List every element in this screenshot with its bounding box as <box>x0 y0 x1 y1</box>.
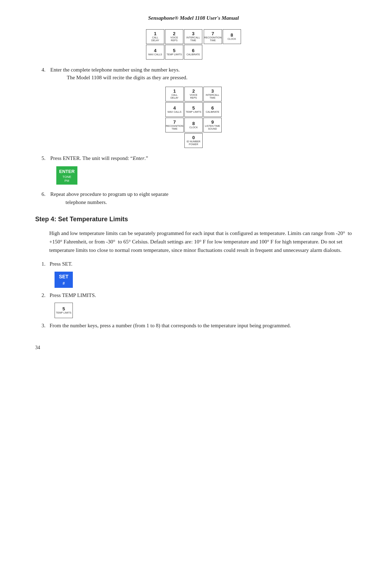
inner-step-1-text: Press SET. <box>50 261 72 267</box>
enter-button: ENTER TONEPM <box>56 166 77 185</box>
k2-4: 4 MAX CALLS <box>165 102 184 117</box>
inner-step-3-text: From the number keys, press a number (fr… <box>50 323 291 328</box>
step4-heading: Step 4: Set Temperature Limits <box>35 215 352 224</box>
keypad2-container: 1 CALLDELAY 2 VOICEREPS 3 INTERCALLTIME … <box>35 87 352 148</box>
keypad1-row3: 7 RECOGNITIONTIME 8 CLOCK <box>204 29 241 44</box>
key-1: 1 CALLDELAY <box>146 29 164 44</box>
k2-5: 5 TEMP LIMITS <box>184 102 203 117</box>
k2-8: 8 CLOCK <box>184 118 203 132</box>
k2-1: 1 CALLDELAY <box>165 87 184 101</box>
page-number: 34 <box>35 344 352 351</box>
keypad1-container: 1 CALLDELAY 2 VOICEREPS 3 INTERCALLTIME … <box>35 29 352 60</box>
inner-step-3-list: From the number keys, press a number (fr… <box>35 322 352 330</box>
key-3: 3 INTERCALLTIME <box>184 29 202 44</box>
key-6: 6 CALIBRATE <box>184 45 202 60</box>
key-8-clock: 8 CLOCK <box>223 29 241 44</box>
key-4: 4 MAX CALLS <box>146 45 164 60</box>
enter-button-label: ENTER <box>59 168 75 175</box>
k2-3: 3 INTERCALLTIME <box>203 87 222 101</box>
k2-6: 6 CALIBRATE <box>203 102 222 117</box>
temp-limits-key-number: 5 <box>62 307 65 311</box>
key-7: 7 RECOGNITIONTIME <box>204 29 222 44</box>
main-instructions: Enter the complete telephone number usin… <box>35 66 352 82</box>
set-button: SET # <box>55 272 73 288</box>
inner-step-3: From the number keys, press a number (fr… <box>35 322 352 330</box>
k2-0: 0 ID NUMBERPOWER <box>184 133 203 148</box>
k2-2: 2 VOICEREPS <box>184 87 203 101</box>
inner-steps-23: Press TEMP LIMITS. <box>35 291 352 299</box>
main-instructions-56: Press ENTER. The unit will respond: “Ent… <box>35 154 352 162</box>
set-button-hash: # <box>63 280 65 286</box>
step4-body: High and low temperature limits can be s… <box>49 229 352 254</box>
inner-step-1: Press SET. <box>35 260 352 268</box>
keypad2-row4: 0 ID NUMBERPOWER <box>165 133 222 148</box>
instruction-4: Enter the complete telephone number usin… <box>35 66 352 82</box>
instruction-6: Repeat above procedure to program up to … <box>35 190 352 206</box>
inner-steps: Press SET. <box>35 260 352 268</box>
keypad1: 1 CALLDELAY 2 VOICEREPS 3 INTERCALLTIME … <box>146 29 202 60</box>
key-2: 2 VOICEREPS <box>165 29 183 44</box>
k2-7: 7 RECOGNITIONTIME <box>165 118 184 132</box>
key-5: 5 TEMP LIMITS <box>165 45 183 60</box>
temp-limits-key: 5 TEMP LIMITS <box>55 303 73 318</box>
page-header: Sensaphone® Model 1108 User's Manual <box>35 14 352 22</box>
keypad2-rows123: 1 CALLDELAY 2 VOICEREPS 3 INTERCALLTIME … <box>165 87 222 132</box>
k2-9: 9 LISTEN TIMESOUND <box>203 118 222 132</box>
inner-step-2: Press TEMP LIMITS. <box>35 291 352 299</box>
instruction-6-text: Repeat above procedure to program up to … <box>50 191 169 205</box>
main-instructions-6: Repeat above procedure to program up to … <box>35 190 352 206</box>
instruction-5-text: Press ENTER. The unit will respond: “Ent… <box>50 155 148 161</box>
temp-limits-key-label: TEMP LIMITS <box>56 311 71 314</box>
instruction-5: Press ENTER. The unit will respond: “Ent… <box>35 154 352 162</box>
instruction-4-text: Enter the complete telephone number usin… <box>50 67 188 81</box>
set-button-label: SET <box>59 273 68 280</box>
inner-step-2-text: Press TEMP LIMITS. <box>50 292 96 298</box>
enter-button-sublabel: TONEPM <box>63 175 71 183</box>
